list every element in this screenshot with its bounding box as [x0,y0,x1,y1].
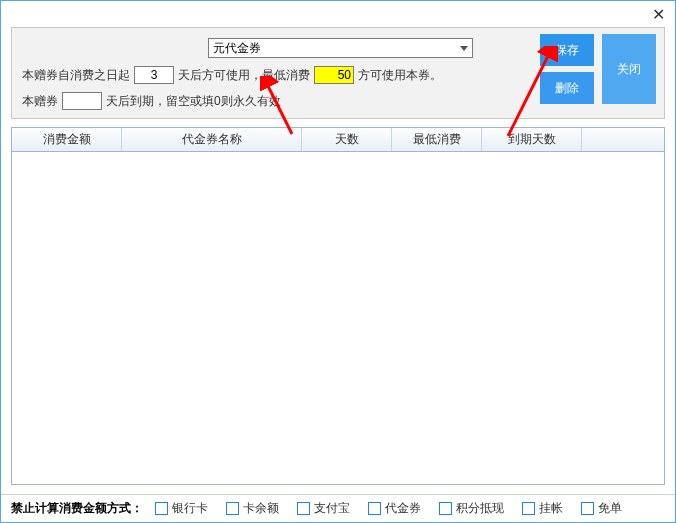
grid-header: 消费金额 代金券名称 天数 最低消费 到期天数 [12,128,664,152]
chk-label: 支付宝 [314,500,350,517]
checkbox-icon [155,502,168,515]
line2-suffix: 天后到期，留空或填0则永久有效 [106,93,281,110]
chk-free[interactable]: 免单 [581,500,622,517]
checkbox-icon [439,502,452,515]
chk-label: 积分抵现 [456,500,504,517]
chk-card-balance[interactable]: 卡余额 [226,500,279,517]
window-close-button[interactable]: ✕ [652,5,665,24]
col-min[interactable]: 最低消费 [392,128,482,151]
form-panel: 元代金券 本赠券自消费之日起 天后方可使用，最低消费 方可使用本券。 本赠券 天… [11,27,665,119]
chk-points[interactable]: 积分抵现 [439,500,504,517]
checkbox-icon [368,502,381,515]
expire-days-input[interactable] [62,92,102,110]
save-button[interactable]: 保存 [540,34,594,66]
chk-bank-card[interactable]: 银行卡 [155,500,208,517]
close-button[interactable]: 关闭 [602,34,656,104]
chk-label: 卡余额 [243,500,279,517]
chk-alipay[interactable]: 支付宝 [297,500,350,517]
line1-mid: 天后方可使用，最低消费 [178,67,310,84]
chk-label: 挂帐 [539,500,563,517]
chk-voucher[interactable]: 代金券 [368,500,421,517]
voucher-type-select-wrap: 元代金券 [208,38,473,58]
chk-label: 免单 [598,500,622,517]
line1-suffix: 方可使用本券。 [358,67,442,84]
footer-label: 禁止计算消费金额方式： [11,500,143,517]
min-consume-input[interactable] [314,66,354,84]
col-expire[interactable]: 到期天数 [482,128,582,151]
data-grid[interactable]: 消费金额 代金券名称 天数 最低消费 到期天数 [11,127,665,485]
chk-label: 银行卡 [172,500,208,517]
checkbox-icon [522,502,535,515]
checkbox-icon [226,502,239,515]
line2-prefix: 本赠券 [22,93,58,110]
delete-button[interactable]: 删除 [540,72,594,104]
col-days[interactable]: 天数 [302,128,392,151]
chk-credit[interactable]: 挂帐 [522,500,563,517]
line1-prefix: 本赠券自消费之日起 [22,67,130,84]
days-after-consume-input[interactable] [134,66,174,84]
col-amount[interactable]: 消费金额 [12,128,122,151]
col-name[interactable]: 代金券名称 [122,128,302,151]
button-stack: 保存 删除 [540,34,594,104]
footer-bar: 禁止计算消费金额方式： 银行卡 卡余额 支付宝 代金券 积分抵现 挂帐 免单 [1,494,675,522]
button-column: 保存 删除 关闭 [540,34,656,104]
chk-label: 代金券 [385,500,421,517]
checkbox-icon [581,502,594,515]
voucher-type-select[interactable]: 元代金券 [208,38,473,58]
checkbox-icon [297,502,310,515]
title-bar-spacer [1,1,675,27]
